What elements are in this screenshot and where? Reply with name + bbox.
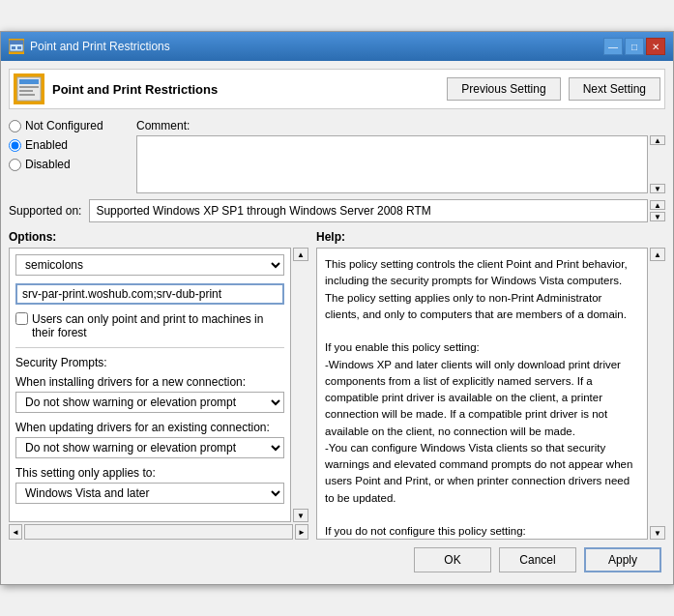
help-scroll-down[interactable]: ▼ (650, 526, 665, 540)
help-text-enable: If you enable this policy setting: (325, 339, 639, 356)
options-scroll-left[interactable]: ◄ (9, 524, 22, 540)
help-panel: Help: This policy setting controls the c… (316, 230, 665, 540)
svg-rect-7 (19, 90, 33, 92)
svg-rect-2 (12, 46, 15, 49)
title-bar-left: Point and Print Restrictions (9, 39, 170, 54)
options-label: Options: (9, 230, 308, 244)
existing-connection-label: When updating drivers for an existing co… (15, 421, 284, 434)
title-bar: Point and Print Restrictions — □ ✕ (1, 32, 673, 61)
enabled-label: Enabled (25, 138, 68, 152)
window-icon (9, 39, 24, 54)
options-scroll-up[interactable]: ▲ (293, 248, 308, 261)
options-content: semicolons Users can only point and prin… (9, 248, 291, 522)
apply-button[interactable]: Apply (584, 547, 661, 572)
options-scroll-down[interactable]: ▼ (293, 509, 308, 522)
help-text-paragraph: This policy setting controls the client … (325, 256, 639, 323)
existing-connection-field: When updating drivers for an existing co… (15, 421, 284, 458)
supported-section: Supported on: Supported Windows XP SP1 t… (9, 199, 665, 222)
existing-connection-select[interactable]: Do not show warning or elevation prompt … (15, 437, 284, 458)
forest-checkbox[interactable] (15, 312, 28, 325)
servers-textbox[interactable] (15, 283, 284, 305)
applies-to-select[interactable]: Windows Vista and later (15, 483, 284, 504)
not-configured-radio[interactable] (9, 120, 21, 132)
supported-label: Supported on: (9, 204, 81, 218)
help-text-vista: -You can configure Windows Vista clients… (325, 440, 639, 507)
content-area: Point and Print Restrictions Previous Se… (1, 61, 673, 584)
svg-rect-8 (19, 94, 35, 96)
not-configured-option[interactable]: Not Configured (9, 119, 125, 132)
policy-header-title: Point and Print Restrictions (52, 82, 218, 97)
svg-rect-5 (19, 79, 39, 84)
help-content: This policy setting controls the client … (316, 248, 648, 540)
new-connection-field: When installing drivers for a new connec… (15, 375, 284, 413)
new-connection-select[interactable]: Do not show warning or elevation prompt … (15, 392, 284, 413)
options-help-section: Options: semicolons (9, 230, 665, 540)
next-setting-button[interactable]: Next Setting (569, 77, 660, 101)
svg-rect-6 (19, 86, 39, 88)
supported-scroll-down[interactable]: ▼ (650, 212, 665, 221)
options-field-dropdown1: semicolons (15, 254, 284, 276)
minimize-button[interactable]: — (603, 38, 623, 55)
forest-checkbox-item[interactable]: Users can only point and print to machin… (15, 312, 284, 339)
policy-header: Point and Print Restrictions Previous Se… (9, 69, 665, 109)
forest-checkbox-label: Users can only point and print to machin… (32, 312, 284, 339)
enabled-radio[interactable] (9, 139, 21, 152)
help-label: Help: (316, 230, 665, 244)
comment-section: Comment: ▲ ▼ (136, 119, 665, 193)
comment-label: Comment: (136, 119, 665, 132)
options-field-textbox (15, 283, 284, 305)
policy-icon (14, 73, 44, 104)
comment-textarea[interactable] (136, 135, 648, 193)
help-scroll-up[interactable]: ▲ (650, 248, 665, 261)
disabled-radio[interactable] (9, 159, 21, 171)
applies-to-field: This setting only applies to: Windows Vi… (15, 466, 284, 504)
disabled-option[interactable]: Disabled (9, 158, 125, 171)
options-hscrollbar[interactable] (24, 524, 293, 540)
options-panel: Options: semicolons (9, 230, 308, 540)
svg-rect-3 (17, 46, 21, 49)
supported-value: Supported Windows XP SP1 through Windows… (89, 199, 648, 222)
bottom-buttons: OK Cancel Apply (9, 540, 665, 576)
help-text-xp: -Windows XP and later clients will only … (325, 357, 639, 440)
title-bar-controls: — □ ✕ (603, 38, 665, 55)
enabled-option[interactable]: Enabled (9, 138, 125, 152)
window-title: Point and Print Restrictions (30, 40, 170, 53)
options-scroll-right[interactable]: ► (295, 524, 308, 540)
svg-rect-1 (10, 41, 23, 44)
applies-to-label: This setting only applies to: (15, 466, 284, 480)
ok-button[interactable]: OK (414, 547, 491, 572)
supported-scroll-up[interactable]: ▲ (650, 200, 665, 210)
previous-setting-button[interactable]: Previous Setting (447, 77, 560, 101)
options-dropdown1[interactable]: semicolons (15, 254, 284, 276)
main-window: Point and Print Restrictions — □ ✕ Point… (0, 31, 674, 585)
comment-scroll-down[interactable]: ▼ (650, 184, 665, 193)
disabled-label: Disabled (25, 158, 71, 171)
maximize-button[interactable]: □ (625, 38, 644, 55)
new-connection-label: When installing drivers for a new connec… (15, 375, 284, 389)
not-configured-label: Not Configured (25, 119, 103, 132)
radio-section: Not Configured Enabled Disabled (9, 119, 125, 193)
security-prompts-label: Security Prompts: (15, 356, 284, 369)
comment-scroll-up[interactable]: ▲ (650, 135, 665, 145)
help-text-notconfigure: If you do not configure this policy sett… (325, 523, 639, 540)
cancel-button[interactable]: Cancel (499, 547, 576, 572)
close-button[interactable]: ✕ (646, 38, 665, 55)
